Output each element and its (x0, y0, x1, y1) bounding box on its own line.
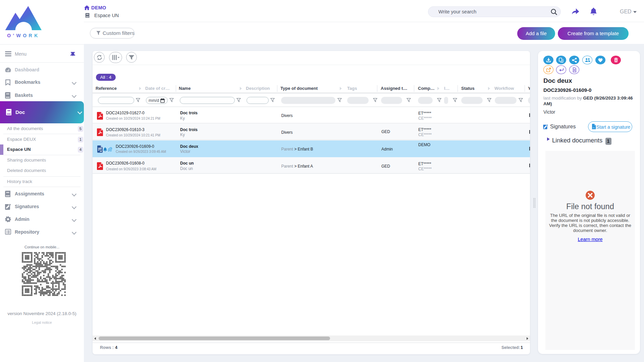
svg-text:O'WORK: O'WORK (7, 33, 40, 38)
svg-text:w: w (100, 149, 102, 153)
